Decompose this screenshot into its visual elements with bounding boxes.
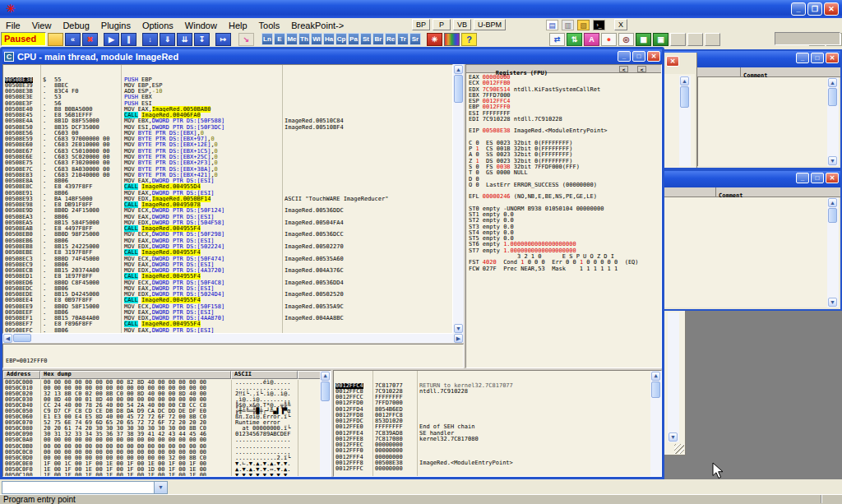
vertical-scrollbar[interactable]: ▲ ▼ (827, 77, 839, 166)
appearance-icon[interactable] (444, 33, 460, 46)
options-gear-icon[interactable]: ✳ (427, 33, 442, 46)
menu-item-file[interactable]: File (0, 21, 26, 30)
dump-pane[interactable]: Address Hex dump ASCII 0050C00000 00 00 … (2, 370, 331, 477)
help-icon[interactable]: ? (461, 33, 477, 46)
open-folder-icon[interactable]: ▧ (577, 20, 590, 30)
plugin-button-p[interactable]: P (433, 19, 451, 30)
close-icon[interactable]: ✕ (826, 53, 839, 63)
disasm-row[interactable]: 00508EE9.8B0D 58F15000MOV ECX,DWORD PTR … (3, 304, 452, 310)
chevron-down-icon[interactable]: ▼ (154, 482, 167, 493)
close-icon[interactable]: ✕ (647, 51, 660, 62)
minimize-button[interactable]: _ (618, 51, 631, 62)
disasm-row[interactable]: 00508E83.C683 21040000 00MOV BYTE PTR DS… (3, 173, 452, 178)
close-program-icon[interactable]: ✖ (82, 33, 98, 46)
resize-grip[interactable] (674, 444, 684, 454)
spiral-icon[interactable]: ◎ (618, 33, 634, 46)
pane-button-ha[interactable]: Ha (323, 33, 335, 45)
disasm-row[interactable]: 00508EB0.8B0D 98F25000MOV ECX,DWORD PTR … (3, 232, 452, 238)
vertical-scrollbar[interactable]: ▲ (679, 76, 691, 166)
plugin-button-vb[interactable]: VB (453, 19, 471, 30)
disasm-row[interactable]: 00508E3E.53PUSH EBX (3, 95, 452, 100)
disasm-row[interactable]: 00508EC3.8B0D 74F45000MOV ECX,DWORD PTR … (3, 257, 452, 262)
menu-item-options[interactable]: Options (136, 21, 179, 30)
pane-button-e[interactable]: E (274, 33, 285, 45)
pane-button-wi[interactable]: Wi (311, 33, 322, 45)
minimize-button[interactable]: _ (796, 53, 809, 63)
document-icon[interactable]: ▥ (562, 20, 574, 30)
disasm-row[interactable]: 00508ED6.8B0D C8F45000MOV ECX,DWORD PTR … (3, 280, 452, 286)
letter-a-icon[interactable]: A (584, 33, 599, 46)
swap-arrows-icon[interactable]: ⇄ (549, 33, 565, 46)
pane-button-br[interactable]: Br (372, 33, 384, 45)
menu-item-plugins[interactable]: Plugins (95, 21, 136, 30)
trace-into-icon[interactable]: ⇊ (177, 33, 192, 46)
plugin-button-bp[interactable]: BP (412, 19, 430, 30)
registers-pane[interactable]: Registers (FPU) < < EAX 00000000ECX 0012… (465, 64, 662, 368)
menu-item-tools[interactable]: Tools (253, 21, 286, 30)
disasm-row[interactable]: 00508E9D.8B0D 24F15000MOV ECX,DWORD PTR … (3, 208, 452, 214)
pane-button-st[interactable]: St (360, 33, 372, 45)
maximize-button[interactable]: □ (811, 173, 824, 183)
record-dot-icon[interactable]: ● (601, 33, 617, 46)
disasm-row[interactable]: 00508E38$55PUSH EBP (3, 77, 452, 83)
collapse-button[interactable]: < (637, 66, 646, 72)
dump-row[interactable]: 0050C1001F 00 1F 00 1F 00 1F 00 1F 00 1F… (3, 473, 320, 477)
register-line[interactable]: FCW 027F Prec NEAR,53 Mask 1 1 1 1 1 1 (466, 266, 661, 272)
goto-icon[interactable]: ↘ (238, 33, 254, 46)
stack-row[interactable]: 0012FFFC00000000 (334, 466, 661, 472)
disasm-row[interactable]: 00508E3B.83C4 F0ADD ESP,-10 (3, 89, 452, 95)
close-icon[interactable]: ✕ (826, 173, 839, 183)
stack-vscrollbar[interactable]: ▲ (650, 371, 661, 476)
green-window-icon[interactable]: ▣ (653, 33, 669, 46)
plugin-button-u-bpm[interactable]: U-BPM (474, 19, 506, 30)
blank-button[interactable] (705, 33, 720, 46)
register-line[interactable]: EFL 00000246 (NO,NB,E,BE,NS,PE,GE,LE) (466, 194, 661, 200)
close-icon[interactable]: ✕ (666, 56, 679, 67)
menu-item-help[interactable]: Help (223, 21, 253, 30)
pause-icon[interactable]: ∥ (121, 33, 136, 46)
pane-button-re[interactable]: Re (385, 33, 396, 45)
restart-icon[interactable]: « (65, 33, 81, 46)
stack-pane[interactable]: 0012FFC47C817077RETURN to kernel32.7C817… (333, 370, 662, 477)
menu-item-view[interactable]: View (26, 21, 58, 30)
updown-icon[interactable]: ⇅ (567, 33, 582, 46)
disassembly-hscrollbar[interactable]: ◀ ▶ (2, 334, 464, 343)
maximize-button[interactable]: ❐ (807, 2, 822, 16)
menu-item-window[interactable]: Window (179, 21, 223, 30)
register-line[interactable]: T 0 GS 0000 NULL (466, 170, 661, 176)
disasm-row[interactable]: 00508E8C.E8 4397F8FFCALL ImageRed.004955… (3, 184, 452, 190)
step-into-icon[interactable]: ↓ (142, 33, 158, 46)
blank-button[interactable] (670, 33, 686, 46)
maximize-button[interactable]: □ (811, 53, 824, 63)
info-pane[interactable]: EBP=0012FFF0 (2, 344, 464, 368)
hex-grid-icon[interactable]: ▦ (636, 33, 651, 46)
register-line[interactable]: EIP 00508E38 ImageRed.<ModuleEntryPoint> (466, 128, 661, 134)
run-icon[interactable]: ▶ (104, 33, 119, 46)
pane-button-pa[interactable]: Pa (348, 33, 359, 45)
comment-list-area[interactable] (697, 77, 827, 166)
command-combobox[interactable]: ▼ (2, 481, 168, 494)
dump-hex-header[interactable]: Hex dump (40, 371, 231, 379)
menubar-close-button[interactable]: X (614, 19, 627, 30)
dump-ascii-header[interactable]: ASCII (231, 371, 298, 379)
dump-address-header[interactable]: Address (3, 371, 40, 379)
trace-over-icon[interactable]: ↧ (194, 33, 210, 46)
menu-item-breakpoint[interactable]: BreakPoint-> (285, 21, 349, 30)
exec-till-return-icon[interactable]: ↦ (215, 33, 231, 46)
disasm-row[interactable]: 00508EF7.E8 F896F8FFCALL ImageRed.004955… (3, 321, 452, 327)
pane-button-tr[interactable]: Tr (397, 33, 409, 45)
collapse-button[interactable]: < (619, 66, 628, 72)
blank-button[interactable] (687, 33, 703, 46)
menu-item-debug[interactable]: Debug (57, 21, 95, 30)
minimize-button[interactable]: _ (791, 2, 806, 16)
minimize-button[interactable]: _ (796, 173, 809, 183)
pane-button-cp[interactable]: Cp (335, 33, 347, 45)
cpu-titlebar[interactable]: C CPU - main thread, module ImageRed _ □… (2, 49, 662, 64)
dump-vscrollbar[interactable]: ▲ (320, 371, 331, 476)
pane-button-sr[interactable]: Sr (409, 33, 421, 45)
close-button[interactable]: ✕ (824, 2, 839, 16)
console-icon[interactable]: ›_ (593, 20, 605, 30)
pane-button-th[interactable]: Th (298, 33, 310, 45)
pane-button-me[interactable]: Me (286, 33, 298, 45)
vertical-scrollbar[interactable]: ▼ (668, 312, 679, 442)
